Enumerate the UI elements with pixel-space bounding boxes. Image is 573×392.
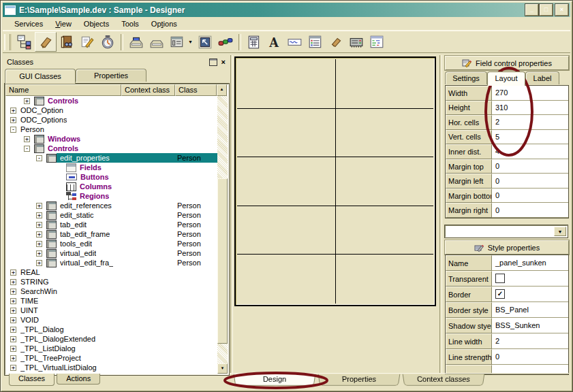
float-panel-icon[interactable] <box>209 59 217 66</box>
list-form-button[interactable] <box>305 33 326 51</box>
tree-row[interactable]: +STRING <box>6 277 217 287</box>
border-checkbox[interactable]: ✓ <box>495 289 505 299</box>
edit-page-button[interactable] <box>77 33 97 51</box>
export-drive-button[interactable] <box>146 33 167 51</box>
font-button[interactable]: A <box>264 33 285 51</box>
tree-row[interactable]: +tools_editPerson <box>6 239 217 248</box>
tree-row[interactable]: +ODC_Option <box>6 105 217 115</box>
object-book-button[interactable] <box>57 33 77 51</box>
style-properties-button[interactable]: Style properties <box>445 240 569 255</box>
expand-toggle[interactable]: + <box>10 108 16 114</box>
hardware-card-button[interactable] <box>346 33 367 51</box>
expand-toggle[interactable]: + <box>36 203 42 209</box>
property-value-transparent[interactable] <box>492 271 568 287</box>
tab-design[interactable]: Design <box>234 374 316 386</box>
expand-toggle[interactable]: - <box>24 146 30 152</box>
expand-toggle[interactable]: + <box>10 117 16 123</box>
tree-row[interactable]: +_TPL_ListDialog <box>6 344 217 353</box>
import-drive-button[interactable] <box>126 33 146 51</box>
property-value-border[interactable]: ✓ <box>492 287 568 302</box>
property-value-shadow-style[interactable]: BSS_Sunken <box>492 318 568 333</box>
property-value-vert-cells[interactable]: 5 <box>492 130 568 145</box>
property-value-line-width[interactable]: 2 <box>492 333 568 349</box>
property-value-margin-left[interactable]: 0 <box>492 174 568 189</box>
tab-settings[interactable]: Settings <box>445 71 487 84</box>
expand-toggle[interactable]: + <box>10 355 16 361</box>
style-brush-button[interactable] <box>35 32 57 52</box>
close-panel-icon[interactable]: × <box>221 59 226 65</box>
tree-row[interactable]: +Windows <box>6 134 217 144</box>
tree-row[interactable]: Buttons <box>6 172 217 182</box>
column-header-class[interactable]: Class <box>175 84 217 96</box>
expand-toggle[interactable]: + <box>10 279 16 285</box>
expand-toggle[interactable]: + <box>36 250 42 257</box>
brush-small-button[interactable] <box>326 33 346 51</box>
tab-properties-workspace[interactable]: Properties <box>318 374 401 386</box>
expand-toggle[interactable]: + <box>10 365 16 371</box>
form-window-button[interactable] <box>167 33 187 51</box>
expand-toggle[interactable]: + <box>10 336 16 342</box>
label-field-button[interactable] <box>285 33 305 51</box>
classes-tree-button[interactable] <box>14 33 35 51</box>
tree-row[interactable]: Columns <box>6 182 217 191</box>
scroll-up-button[interactable]: ▲ <box>217 84 227 96</box>
tree-row[interactable]: +VOID <box>6 315 217 325</box>
property-value-line-strength[interactable]: 0 <box>492 349 568 365</box>
tree-row[interactable]: -Person <box>6 125 217 134</box>
title-bar[interactable]: E:\Sample\Sample.dev : Sample - Designer… <box>3 3 570 17</box>
property-value-margin-right[interactable]: 0 <box>492 203 568 218</box>
menu-objects[interactable]: Objects <box>78 18 115 29</box>
tree-row[interactable]: +ODC_Options <box>6 115 217 125</box>
expand-toggle[interactable]: + <box>10 270 16 276</box>
expand-toggle[interactable]: + <box>24 136 30 142</box>
window-preview-button[interactable] <box>195 33 215 51</box>
tree-row[interactable]: +TIME <box>6 296 217 306</box>
property-value-margin-bottom[interactable]: 0 <box>492 189 568 203</box>
tree-row[interactable]: +Controls <box>6 96 217 105</box>
combobox-dropdown-button[interactable]: ▼ <box>554 227 566 236</box>
expand-toggle[interactable]: + <box>10 317 16 323</box>
tree-row[interactable]: +_TPL_Dialog <box>6 325 217 334</box>
expand-toggle[interactable]: + <box>36 260 42 266</box>
tree-row[interactable]: +virtual_editPerson <box>6 248 217 258</box>
expand-toggle[interactable]: + <box>10 327 16 333</box>
property-value-hor-cells[interactable]: 2 <box>492 115 568 130</box>
column-header-name[interactable]: Name <box>5 84 121 96</box>
property-value-height[interactable]: 310 <box>492 101 568 116</box>
expand-toggle[interactable]: + <box>36 231 42 238</box>
left-splitter[interactable] <box>230 55 233 374</box>
transparent-checkbox[interactable] <box>495 274 505 283</box>
column-header-context-class[interactable]: Context class <box>121 84 175 96</box>
tree-row[interactable]: +UINT <box>6 306 217 315</box>
scroll-down-button[interactable]: ▼ <box>217 363 228 374</box>
menu-services[interactable]: Services <box>8 18 49 29</box>
menu-tools[interactable]: Tools <box>115 18 145 29</box>
tree-row[interactable]: +tab_editPerson <box>6 220 217 229</box>
property-value-style-name[interactable]: _panel_sunken <box>492 255 568 271</box>
tree-row[interactable]: +REAL <box>6 267 217 277</box>
tree-row[interactable]: +_TPL_DialogExtended <box>6 334 217 344</box>
menu-view[interactable]: View <box>49 18 78 29</box>
tree-row[interactable]: +SearchWin <box>6 287 217 296</box>
expand-toggle[interactable]: + <box>24 98 30 104</box>
property-value-width[interactable]: 270 <box>492 86 568 101</box>
maximize-button[interactable]: □ <box>540 4 553 16</box>
expand-toggle[interactable]: + <box>10 298 16 304</box>
script-window-button[interactable] <box>367 33 387 51</box>
property-value-border-style[interactable]: BS_Panel <box>492 302 568 318</box>
toolbar-grip[interactable] <box>4 34 12 50</box>
tree-row[interactable]: +edit_referencesPerson <box>6 201 217 210</box>
expand-toggle[interactable]: + <box>36 222 42 228</box>
expand-toggle[interactable]: + <box>10 308 16 314</box>
menu-options[interactable]: Options <box>145 18 183 29</box>
tab-actions[interactable]: Actions <box>57 374 100 385</box>
expand-toggle[interactable]: - <box>10 127 16 133</box>
expand-toggle[interactable]: + <box>10 346 16 352</box>
form-window-dropdown-arrow[interactable]: ▼ <box>188 39 193 44</box>
tree-row[interactable]: +_TPL_VirtualListDialog <box>6 363 217 372</box>
field-control-properties-button[interactable]: Field control properties <box>445 56 569 70</box>
scrollbar-thumb[interactable] <box>217 178 228 344</box>
property-value-inner-dist[interactable]: 4 <box>492 144 568 159</box>
tree-row[interactable]: -Controls <box>6 144 217 153</box>
property-value-margin-top[interactable]: 0 <box>492 159 568 174</box>
